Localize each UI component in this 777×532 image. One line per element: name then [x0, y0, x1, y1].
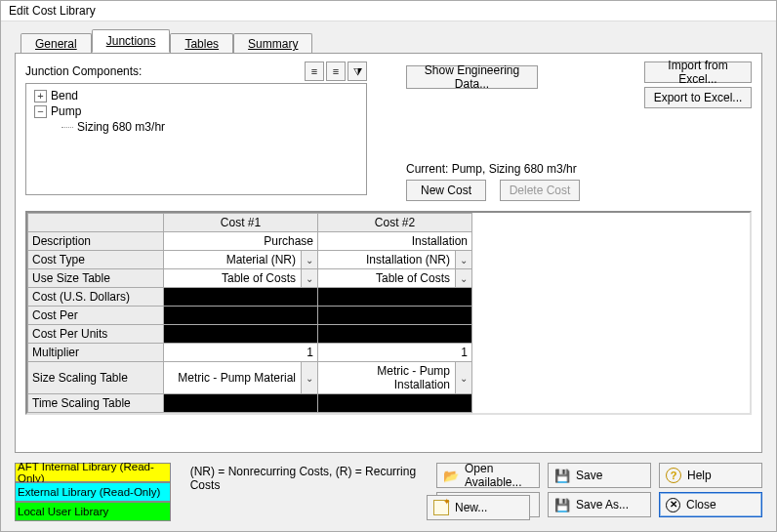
button-label: Open Available... [465, 462, 533, 489]
button-label: Save [576, 469, 602, 482]
cost-grid[interactable]: Cost #1 Cost #2 Description Purchase Ins… [27, 213, 472, 413]
folder-open-icon: 📂 [443, 468, 459, 483]
save-button[interactable]: 💾 Save [548, 463, 651, 488]
expand-icon[interactable]: + [34, 90, 47, 102]
grid-row-label: Cost Per Units [28, 325, 164, 344]
new-button[interactable]: New... [427, 495, 530, 520]
grid-cell-dropdown[interactable]: Material (NR)⌄ [164, 251, 318, 269]
grid-row-label: Use Size Table [28, 269, 164, 288]
grid-cell-disabled [318, 307, 472, 325]
grid-cell-disabled [164, 394, 318, 413]
button-label: New... [455, 501, 487, 514]
open-available-button[interactable]: 📂 Open Available... [436, 463, 540, 488]
tree-node-bend[interactable]: + Bend [30, 88, 362, 103]
show-engineering-data-button[interactable]: Show Engineering Data... [406, 65, 538, 89]
dropdown-icon[interactable]: ⌄ [301, 269, 317, 287]
legend-external: External Library (Read-Only) [15, 482, 171, 502]
grid-cell-disabled [164, 288, 318, 307]
button-label: Help [687, 469, 712, 482]
titlebar: Edit Cost Library [1, 1, 776, 21]
export-to-excel-button[interactable]: Export to Excel... [644, 87, 752, 108]
tab-label: Junctions [106, 34, 156, 48]
grid-cell-dropdown[interactable]: Table of Costs⌄ [164, 269, 318, 288]
grid-cell-dropdown[interactable]: Metric - Pump Installation⌄ [318, 362, 472, 394]
grid-cell-dropdown[interactable]: Installation (NR)⌄ [318, 251, 472, 269]
dropdown-icon[interactable]: ⌄ [455, 362, 471, 393]
dropdown-icon[interactable]: ⌄ [301, 251, 317, 268]
nr-r-legend-text: (NR) = Nonrecurring Costs, (R) = Recurri… [190, 465, 436, 492]
close-button[interactable]: ✕ Close [659, 492, 762, 517]
grid-col-header-1[interactable]: Cost #1 [164, 214, 318, 232]
upper-right: Show Engineering Data... Import from Exc… [367, 61, 752, 195]
library-legend: AFT Internal Library (Read-Only) Externa… [15, 463, 171, 521]
tab-general[interactable]: General [20, 33, 92, 54]
grid-cell-disabled [164, 325, 318, 344]
button-label: Close [686, 498, 716, 512]
grid-cell-disabled [164, 307, 318, 325]
tree-node-label: Bend [51, 89, 78, 102]
tree-label: Junction Components: [25, 64, 142, 78]
button-label: Save As... [576, 498, 629, 512]
dropdown-icon[interactable]: ⌄ [455, 251, 471, 268]
save-icon: 💾 [554, 468, 570, 483]
tree-filter-icon[interactable]: ⧩ [348, 61, 367, 81]
tab-junctions[interactable]: Junctions [92, 29, 171, 53]
window: Edit Cost Library General Junctions Tabl… [0, 0, 777, 532]
tree-area: Junction Components: ≡ ≡ ⧩ + Bend [25, 61, 367, 195]
window-title: Edit Cost Library [9, 4, 96, 18]
grid-row-label: Description [28, 232, 164, 251]
grid-corner [28, 214, 164, 232]
tree-node-label: Sizing 680 m3/hr [77, 120, 165, 134]
tree-toolbar: ≡ ≡ ⧩ [305, 61, 367, 81]
dropdown-icon[interactable]: ⌄ [455, 269, 471, 287]
grid-cell-disabled [318, 325, 472, 344]
save-as-button[interactable]: 💾 Save As... [548, 492, 651, 517]
grid-row-label: Cost Per [28, 307, 164, 325]
tab-label: Summary [248, 37, 298, 51]
tab-tables[interactable]: Tables [170, 33, 233, 54]
legend-local-user: Local User Library [15, 502, 171, 521]
tree-node-pump[interactable]: − Pump [30, 103, 362, 119]
grid-cell-dropdown[interactable]: Table of Costs⌄ [318, 269, 472, 288]
tree-connector-icon [61, 127, 73, 128]
collapse-icon[interactable]: − [34, 105, 47, 118]
grid-col-header-2[interactable]: Cost #2 [318, 214, 472, 232]
grid-row-label: Cost Type [28, 251, 164, 269]
grid-cell-disabled [318, 394, 472, 413]
tree-collapse-all-icon[interactable]: ≡ [326, 61, 346, 81]
grid-cell[interactable]: Installation [318, 232, 472, 251]
grid-cell[interactable]: 1 [318, 344, 472, 362]
close-icon: ✕ [666, 498, 680, 512]
grid-row-label: Multiplier [28, 344, 164, 362]
grid-cell-disabled [318, 288, 472, 307]
content-area: General Junctions Tables Summary Junctio… [1, 21, 776, 457]
help-button[interactable]: ? Help [659, 463, 762, 488]
tab-label: Tables [184, 37, 219, 51]
import-from-excel-button[interactable]: Import from Excel... [644, 61, 752, 83]
tree-expand-all-icon[interactable]: ≡ [305, 61, 324, 81]
cost-grid-wrap: Cost #1 Cost #2 Description Purchase Ins… [25, 211, 752, 415]
upper-area: Junction Components: ≡ ≡ ⧩ + Bend [25, 61, 752, 195]
grid-cell[interactable]: 1 [164, 344, 318, 362]
grid-row-label: Cost (U.S. Dollars) [28, 288, 164, 307]
tabstrip: General Junctions Tables Summary [20, 29, 762, 53]
dropdown-icon[interactable]: ⌄ [301, 362, 317, 393]
tree-node-label: Pump [51, 104, 81, 118]
help-icon: ? [666, 468, 681, 483]
tab-label: General [35, 37, 77, 51]
tree-node-sizing[interactable]: Sizing 680 m3/hr [30, 119, 362, 135]
grid-cell[interactable]: Purchase [164, 232, 318, 251]
grid-cell-dropdown[interactable]: Metric - Pump Material⌄ [164, 362, 318, 394]
grid-row-label: Time Scaling Table [28, 394, 164, 413]
legend-aft-internal: AFT Internal Library (Read-Only) [15, 463, 171, 482]
tab-body: Junction Components: ≡ ≡ ⧩ + Bend [15, 53, 762, 453]
component-tree[interactable]: + Bend − Pump Sizing 680 m3/hr [25, 83, 367, 195]
bottom-bar: AFT Internal Library (Read-Only) Externa… [1, 457, 776, 531]
new-button-wrap: New... [427, 495, 530, 520]
save-icon: 💾 [554, 497, 570, 512]
grid-row-label: Size Scaling Table [28, 362, 164, 394]
tab-summary[interactable]: Summary [233, 33, 312, 54]
new-file-icon [433, 500, 449, 515]
